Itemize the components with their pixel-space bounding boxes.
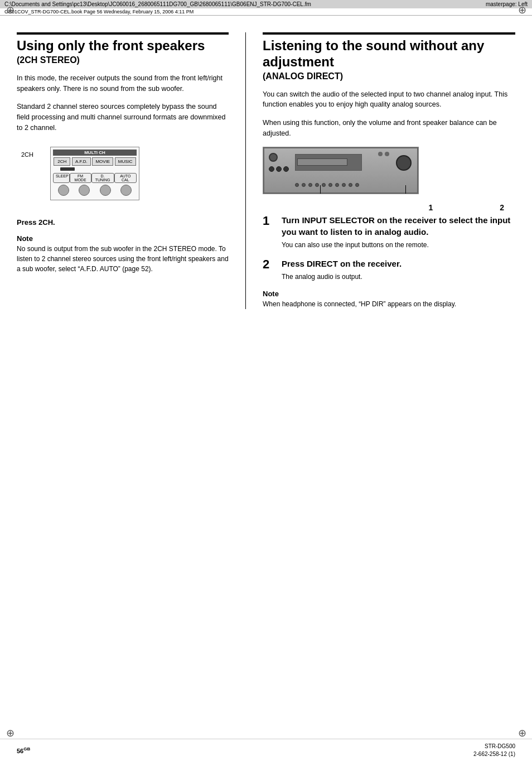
- remote-diagram-container: 2CH MULTI CH 2CH A.F.D. MOVIE MUSIC: [33, 141, 139, 209]
- step-2-body: The analog audio is output.: [282, 272, 515, 282]
- recv-dot-3: [308, 183, 312, 187]
- left-body-2: Standard 2 channel stereo sources comple…: [17, 102, 229, 133]
- remote-dot-4: [120, 185, 132, 196]
- receiver-power-button: [269, 153, 278, 162]
- top-bar: C:\Documents and Settings\pc13\Desktop\J…: [0, 0, 532, 8]
- recv-dot-2: [302, 183, 306, 187]
- remote-top-label: MULTI CH: [53, 150, 137, 156]
- left-section-title: Using only the front speakers: [17, 32, 229, 54]
- right-column: Listening to the sound without any adjus…: [263, 32, 515, 309]
- model-number: STR-DG500 2-662-258-12 (1): [473, 743, 515, 758]
- remote-btn-afd: A.F.D.: [72, 157, 91, 166]
- remote-dot-3: [100, 185, 111, 196]
- receiver-left-buttons: [269, 166, 289, 172]
- step-2-content: Press DIRECT on the receiver. The analog…: [282, 258, 515, 282]
- corner-decoration-tr: ⊕: [516, 4, 528, 16]
- page-sup: GB: [23, 746, 30, 752]
- right-note-label: Note: [263, 290, 515, 298]
- remote-btn-fmmode: FM MODE: [70, 173, 91, 183]
- bottom-bar: 56GB STR-DG500 2-662-258-12 (1): [0, 739, 532, 761]
- recv-dot-4: [315, 183, 319, 187]
- remote-diagram: MULTI CH 2CH A.F.D. MOVIE MUSIC S: [50, 147, 139, 200]
- right-note-text: When headphone is connected, “HP DIR” ap…: [263, 299, 515, 309]
- receiver-right-controls: [378, 152, 389, 156]
- step-1-number: 1: [263, 214, 275, 250]
- remote-btn-sleep: SLEEP: [53, 173, 70, 183]
- recv-ctrl-2: [385, 152, 389, 156]
- step-1-body: You can also use the input buttons on th…: [282, 240, 515, 250]
- step-2-number: 2: [263, 258, 275, 282]
- right-section-title: Listening to the sound without any adjus…: [263, 32, 515, 70]
- step-1-title: Turn INPUT SELECTOR on the receiver to s…: [282, 214, 515, 238]
- remote-btn-2ch: 2CH: [54, 157, 70, 166]
- recv-ctrl-1: [378, 152, 383, 156]
- recv-dot-7: [335, 183, 339, 187]
- ch-label: 2CH: [21, 151, 33, 158]
- remote-indicator-row: [53, 167, 137, 172]
- remote-buttons-row: 2CH A.F.D. MOVIE MUSIC: [53, 157, 137, 166]
- press-label: Press 2CH.: [17, 218, 229, 227]
- remote-btn-music: MUSIC: [115, 157, 136, 166]
- step-2-title: Press DIRECT on the receiver.: [282, 258, 515, 269]
- receiver-volume-knob: [396, 155, 412, 171]
- remote-spacer3: [125, 167, 130, 172]
- filepath-label: C:\Documents and Settings\pc13\Desktop\J…: [4, 1, 311, 7]
- receiver-display-screen: [296, 155, 361, 170]
- main-content: Using only the front speakers (2CH STERE…: [0, 16, 532, 320]
- recv-dot-8: [342, 183, 346, 187]
- left-note-text: No sound is output from the sub woofer i…: [17, 244, 229, 274]
- corner-decoration-bl: ⊕: [4, 728, 16, 739]
- receiver-display-content: [297, 158, 347, 166]
- remote-bottom-row: SLEEP FM MODE D. TUNING AUTO CAL: [53, 173, 137, 183]
- receiver-bottom-dots: [295, 183, 359, 187]
- recv-left-btn-2: [276, 166, 282, 172]
- left-section-subtitle: (2CH STEREO): [17, 55, 229, 65]
- recv-dot-9: [349, 183, 352, 187]
- receiver-callout-row: 1 2: [263, 203, 515, 212]
- right-body-1: You can switch the audio of the selected…: [263, 89, 515, 110]
- remote-spacer2: [107, 167, 112, 172]
- recv-left-btn-3: [283, 166, 289, 172]
- receiver-display: [295, 154, 362, 171]
- recv-dot-10: [355, 183, 359, 187]
- callout-line-1: [320, 185, 321, 194]
- remote-indicator: [60, 167, 75, 171]
- diagram-wrapper: 2CH MULTI CH 2CH A.F.D. MOVIE MUSIC: [17, 141, 229, 209]
- remote-spacer: [89, 167, 93, 172]
- right-body-2: When using this function, only the volum…: [263, 118, 515, 139]
- book-line: GB01COV_STR-DG700-CEL.book Page 56 Wedne…: [0, 8, 532, 16]
- recv-dot-1: [295, 183, 299, 187]
- remote-bottom-dots-row: [53, 185, 137, 196]
- left-note-label: Note: [17, 234, 229, 243]
- remote-dot-2: [79, 185, 90, 196]
- corner-decoration-tl: ⊕: [4, 4, 16, 16]
- corner-decoration-br: ⊕: [516, 728, 528, 739]
- callout-label-1: 1: [428, 203, 433, 212]
- callout-label-2: 2: [500, 203, 504, 212]
- remote-btn-autocal: AUTO CAL: [114, 173, 137, 183]
- right-section-subtitle: (ANALOG DIRECT): [263, 71, 515, 81]
- recv-left-btn-1: [269, 166, 274, 172]
- receiver-body: [263, 147, 418, 194]
- receiver-image-area: 1 2: [263, 147, 515, 212]
- left-column: Using only the front speakers (2CH STERE…: [17, 32, 229, 309]
- recv-dot-5: [322, 183, 326, 187]
- callout-line-2: [405, 185, 406, 194]
- step-2: 2 Press DIRECT on the receiver. The anal…: [263, 258, 515, 282]
- page-number: 56GB: [17, 746, 30, 754]
- remote-btn-movie: MOVIE: [92, 157, 113, 166]
- column-divider: [245, 32, 246, 309]
- remote-dot-1: [58, 185, 69, 196]
- step-1-content: Turn INPUT SELECTOR on the receiver to s…: [282, 214, 515, 250]
- recv-dot-6: [328, 183, 332, 187]
- left-body-1: In this mode, the receiver outputs the s…: [17, 73, 229, 94]
- remote-btn-dtuning: D. TUNING: [91, 173, 114, 183]
- step-1: 1 Turn INPUT SELECTOR on the receiver to…: [263, 214, 515, 250]
- receiver-diagram: [263, 147, 419, 194]
